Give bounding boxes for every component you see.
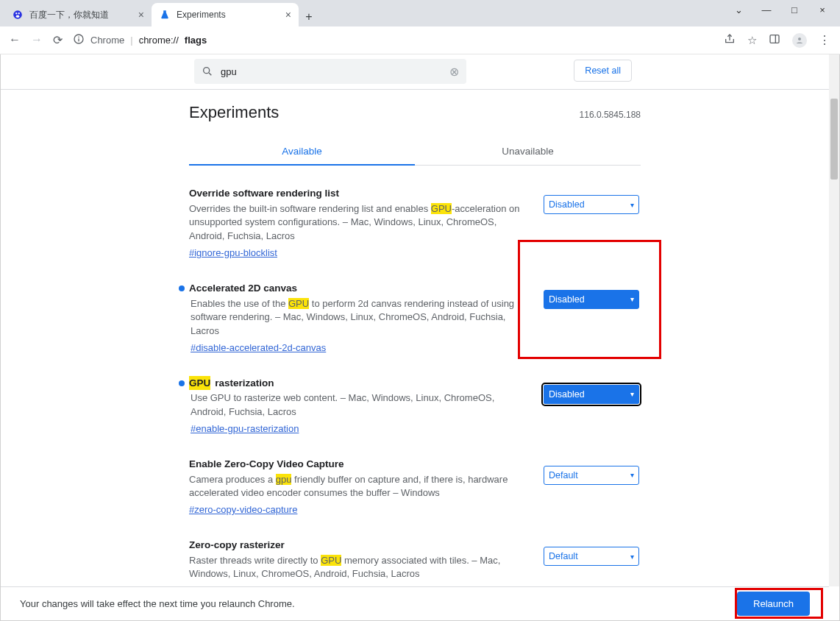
flask-icon xyxy=(159,9,171,21)
changed-dot-icon xyxy=(179,285,185,291)
chevron-down-icon[interactable]: ⌄ xyxy=(731,4,746,15)
flag-description: Camera produces a gpu friendly buffer on… xyxy=(189,473,523,501)
flag-select[interactable]: Default▾ xyxy=(544,547,639,566)
close-icon[interactable]: × xyxy=(285,9,291,21)
flag-hash-link[interactable]: #enable-gpu-rasterization xyxy=(191,422,299,436)
window-controls: ⌄ — □ × xyxy=(731,0,840,15)
flag-disable-accelerated-2d-canvas: Accelerated 2D canvas Enables the use of… xyxy=(189,274,641,369)
relaunch-bar: Your changes will take effect the next t… xyxy=(1,586,829,620)
chevron-down-icon: ▾ xyxy=(630,295,634,303)
chevron-down-icon: ▾ xyxy=(630,553,634,561)
search-input[interactable] xyxy=(221,66,442,77)
clear-search-icon[interactable]: ⊗ xyxy=(449,65,459,79)
flag-enable-gpu-rasterization: GPU rasterization Use GPU to rasterize w… xyxy=(189,369,641,450)
reload-icon[interactable]: ⟳ xyxy=(53,33,63,47)
baidu-favicon-icon xyxy=(12,9,24,21)
flag-title: Override software rendering list xyxy=(189,186,523,201)
flag-hash-link[interactable]: #ignore-gpu-blocklist xyxy=(189,246,277,260)
flag-description: Use GPU to rasterize web content. – Mac,… xyxy=(191,391,523,419)
back-icon[interactable]: ← xyxy=(9,33,21,47)
flag-select[interactable]: Disabled▾ xyxy=(544,195,639,214)
flag-hash-link[interactable]: #zero-copy-video-capture xyxy=(189,503,297,517)
menu-icon[interactable]: ⋮ xyxy=(819,33,830,47)
flag-title: GPU rasterization xyxy=(191,376,523,391)
svg-line-11 xyxy=(209,73,211,75)
svg-point-3 xyxy=(16,15,20,18)
url-path: flags xyxy=(185,35,207,46)
maximize-icon[interactable]: □ xyxy=(787,4,802,15)
svg-rect-7 xyxy=(770,35,779,43)
chevron-down-icon: ▾ xyxy=(630,390,634,398)
share-icon[interactable] xyxy=(724,33,736,47)
address-bar[interactable]: Chrome | chrome://flags xyxy=(73,33,716,47)
flag-zero-copy-video-capture: Enable Zero-Copy Video Capture Camera pr… xyxy=(189,450,641,530)
flag-description: Enables the use of the GPU to perform 2d… xyxy=(191,297,523,339)
flag-title: Enable Zero-Copy Video Capture xyxy=(189,457,523,472)
svg-point-2 xyxy=(18,13,20,14)
flags-search[interactable]: ⊗ xyxy=(194,59,466,84)
svg-point-10 xyxy=(204,68,210,74)
svg-point-5 xyxy=(78,37,79,38)
tab-available[interactable]: Available xyxy=(189,138,415,166)
flag-select[interactable]: Disabled▾ xyxy=(544,290,639,309)
flag-select[interactable]: Default▾ xyxy=(544,466,639,485)
svg-point-1 xyxy=(15,13,17,14)
forward-icon: → xyxy=(31,33,43,47)
svg-rect-6 xyxy=(78,38,79,41)
flag-select[interactable]: Disabled▾ xyxy=(544,385,639,404)
flag-enable-zero-copy: Zero-copy rasterizer Raster threads writ… xyxy=(189,530,641,586)
tab-title: 百度一下，你就知道 xyxy=(29,9,109,21)
browser-titlebar: 百度一下，你就知道 × Experiments × + ⌄ — □ × xyxy=(0,0,840,26)
flag-description: Overrides the built-in software renderin… xyxy=(189,202,523,244)
relaunch-message: Your changes will take effect the next t… xyxy=(20,598,295,609)
flag-description: Raster threads write directly to GPU mem… xyxy=(189,554,523,582)
profile-avatar-icon[interactable] xyxy=(792,33,807,48)
flag-category-tabs: Available Unavailable xyxy=(189,138,641,166)
minimize-icon[interactable]: — xyxy=(759,4,774,15)
bookmark-icon[interactable]: ☆ xyxy=(747,34,757,47)
relaunch-button[interactable]: Relaunch xyxy=(737,592,810,616)
url-prefix: chrome:// xyxy=(139,35,179,46)
changed-dot-icon xyxy=(179,380,185,386)
sidepanel-icon[interactable] xyxy=(769,33,780,47)
close-icon[interactable]: × xyxy=(138,9,144,21)
flag-title: Accelerated 2D canvas xyxy=(191,281,523,296)
chevron-down-icon: ▾ xyxy=(630,471,634,479)
tab-title: Experiments xyxy=(177,10,226,20)
site-info-icon[interactable] xyxy=(73,33,85,47)
page-title: Experiments xyxy=(189,103,279,122)
scrollbar[interactable] xyxy=(829,54,839,586)
reset-all-button[interactable]: Reset all xyxy=(574,60,632,82)
toolbar-actions: ☆ ⋮ xyxy=(724,33,834,48)
search-icon xyxy=(202,65,213,77)
chevron-down-icon: ▾ xyxy=(630,201,634,209)
flags-topbar: ⊗ Reset all xyxy=(1,54,829,90)
toolbar: ← → ⟳ Chrome | chrome://flags ☆ ⋮ xyxy=(0,26,840,54)
page-viewport: ⊗ Reset all Experiments 116.0.5845.188 A… xyxy=(0,54,840,621)
tab-experiments[interactable]: Experiments × xyxy=(152,3,299,26)
svg-point-9 xyxy=(798,38,801,40)
flag-ignore-gpu-blocklist: Override software rendering list Overrid… xyxy=(189,179,641,274)
tab-strip: 百度一下，你就知道 × Experiments × + xyxy=(0,0,319,26)
close-window-icon[interactable]: × xyxy=(815,4,830,15)
tab-unavailable[interactable]: Unavailable xyxy=(415,138,641,165)
url-scheme-label: Chrome xyxy=(90,35,124,46)
tab-baidu[interactable]: 百度一下，你就知道 × xyxy=(4,3,152,26)
new-tab-button[interactable]: + xyxy=(299,10,319,26)
nav-buttons: ← → ⟳ xyxy=(6,33,65,47)
flag-hash-link[interactable]: #disable-accelerated-2d-canvas xyxy=(191,341,326,355)
scrollbar-thumb[interactable] xyxy=(830,99,838,180)
flag-title: Zero-copy rasterizer xyxy=(189,538,523,553)
chrome-version: 116.0.5845.188 xyxy=(580,110,641,120)
